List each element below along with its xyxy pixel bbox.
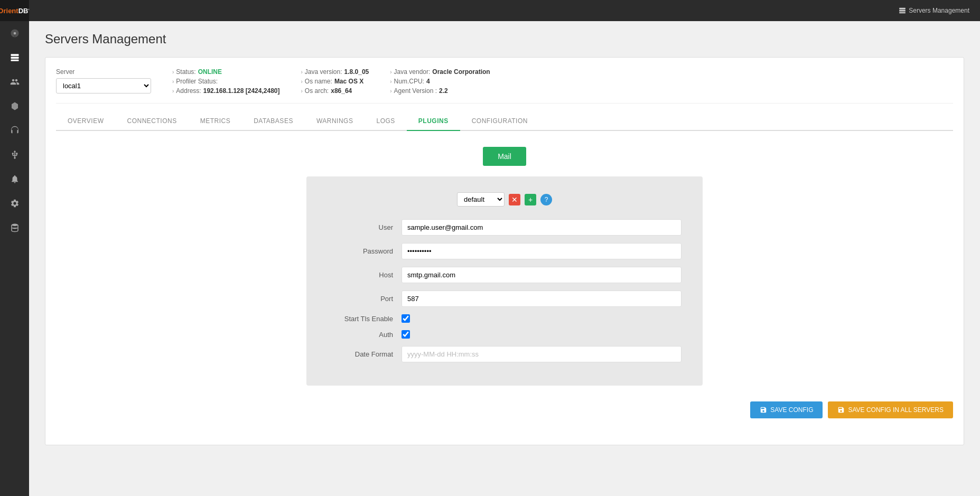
svg-rect-1 <box>11 54 18 56</box>
os-arch-item: › Os arch: x86_64 <box>301 87 369 95</box>
save-all-icon <box>837 406 845 414</box>
help-button[interactable]: ? <box>540 194 552 205</box>
bottom-actions: SAVE CONFIG SAVE CONFIG IN ALL SERVERS <box>56 401 953 418</box>
svg-rect-2 <box>11 57 18 59</box>
server-detail-col-3: › Java vendor: Oracle Corporation › Num.… <box>390 68 490 95</box>
tabs: OVERVIEW CONNECTIONS METRICS DATABASES W… <box>56 112 953 131</box>
topbar-servers-management: Servers Management <box>899 7 969 14</box>
password-label: Password <box>328 247 402 255</box>
sidebar-item-usb[interactable] <box>0 143 29 167</box>
java-vendor-item: › Java vendor: Oracle Corporation <box>390 68 490 76</box>
host-label: Host <box>328 271 402 279</box>
profile-selector-row: default ✕ + ? <box>328 192 682 207</box>
auth-form-row: Auth <box>328 330 682 339</box>
sidebar-item-audio[interactable] <box>0 118 29 143</box>
user-form-row: User <box>328 219 682 236</box>
tab-logs[interactable]: LOGS <box>365 112 406 131</box>
password-form-row: Password <box>328 243 682 259</box>
start-tls-form-row: Start Tls Enable <box>328 314 682 323</box>
date-format-input[interactable] <box>402 346 682 362</box>
svg-rect-3 <box>11 60 18 61</box>
plugin-form-container: default ✕ + ? User <box>306 176 703 386</box>
date-format-label: Date Format <box>328 350 402 358</box>
address-item: › Address: 192.168.1.128 [2424,2480] <box>172 87 280 95</box>
tab-connections[interactable]: CONNECTIONS <box>115 112 188 131</box>
save-config-button[interactable]: SAVE CONFIG <box>750 401 823 418</box>
delete-profile-button[interactable]: ✕ <box>509 194 520 205</box>
sidebar-item-alerts[interactable] <box>0 167 29 191</box>
sidebar-item-deploy[interactable] <box>0 94 29 118</box>
tab-content-plugins: Mail default ✕ + ? <box>56 131 953 434</box>
main-content: Servers Management Server local1 › Statu… <box>29 21 980 496</box>
start-tls-checkbox[interactable] <box>402 314 410 323</box>
server-details: › Status: ONLINE › Profiler Status: › Ad… <box>172 68 953 95</box>
tab-databases[interactable]: DATABASES <box>242 112 305 131</box>
tab-overview[interactable]: OVERVIEW <box>56 112 115 131</box>
tab-warnings[interactable]: WARNINGS <box>305 112 365 131</box>
host-form-row: Host <box>328 267 682 283</box>
server-info-row: Server local1 › Status: ONLINE › Profile… <box>56 68 953 104</box>
auth-checkbox[interactable] <box>402 330 410 339</box>
page-title: Servers Management <box>45 32 964 46</box>
profiler-item: › Profiler Status: <box>172 78 280 85</box>
svg-point-4 <box>12 224 18 227</box>
port-input[interactable] <box>402 291 682 307</box>
port-label: Port <box>328 295 402 303</box>
password-input[interactable] <box>402 243 682 259</box>
logo: OrientDB° <box>0 0 29 21</box>
os-name-item: › Os name: Mac OS X <box>301 78 369 85</box>
sidebar-item-servers[interactable] <box>0 45 29 70</box>
host-input[interactable] <box>402 267 682 283</box>
save-icon <box>760 406 767 414</box>
sidebar-item-dashboard[interactable] <box>0 21 29 45</box>
sidebar-item-users[interactable] <box>0 70 29 94</box>
save-config-all-button[interactable]: SAVE CONFIG IN ALL SERVERS <box>828 401 953 418</box>
tab-metrics[interactable]: METRICS <box>189 112 242 131</box>
add-profile-button[interactable]: + <box>525 194 536 205</box>
svg-rect-5 <box>899 8 906 10</box>
port-form-row: Port <box>328 291 682 307</box>
mail-button[interactable]: Mail <box>483 147 526 166</box>
mail-button-row: Mail <box>56 147 953 166</box>
java-version-item: › Java version: 1.8.0_05 <box>301 68 369 76</box>
server-detail-col-1: › Status: ONLINE › Profiler Status: › Ad… <box>172 68 280 95</box>
topbar: Servers Management <box>29 0 980 21</box>
auth-label: Auth <box>328 331 402 339</box>
server-label: Server <box>56 68 151 76</box>
status-item: › Status: ONLINE <box>172 68 280 76</box>
profile-select[interactable]: default <box>457 192 505 207</box>
agent-version-item: › Agent Version : 2.2 <box>390 87 490 95</box>
num-cpu-item: › Num.CPU: 4 <box>390 78 490 85</box>
server-panel: Server local1 › Status: ONLINE › Profile… <box>45 57 964 445</box>
sidebar: OrientDB° <box>0 0 29 496</box>
date-format-form-row: Date Format <box>328 346 682 362</box>
sidebar-item-settings[interactable] <box>0 191 29 216</box>
user-input[interactable] <box>402 219 682 236</box>
server-icon <box>899 7 906 14</box>
sidebar-item-database[interactable] <box>0 216 29 240</box>
svg-rect-7 <box>899 12 906 13</box>
server-select[interactable]: local1 <box>56 78 151 93</box>
user-label: User <box>328 223 402 231</box>
start-tls-label: Start Tls Enable <box>328 315 402 323</box>
server-select-group: Server local1 <box>56 68 151 93</box>
tab-configuration[interactable]: CONFIGURATION <box>460 112 539 131</box>
svg-rect-6 <box>899 10 906 12</box>
server-detail-col-2: › Java version: 1.8.0_05 › Os name: Mac … <box>301 68 369 95</box>
tab-plugins[interactable]: PLUGINS <box>407 112 460 131</box>
